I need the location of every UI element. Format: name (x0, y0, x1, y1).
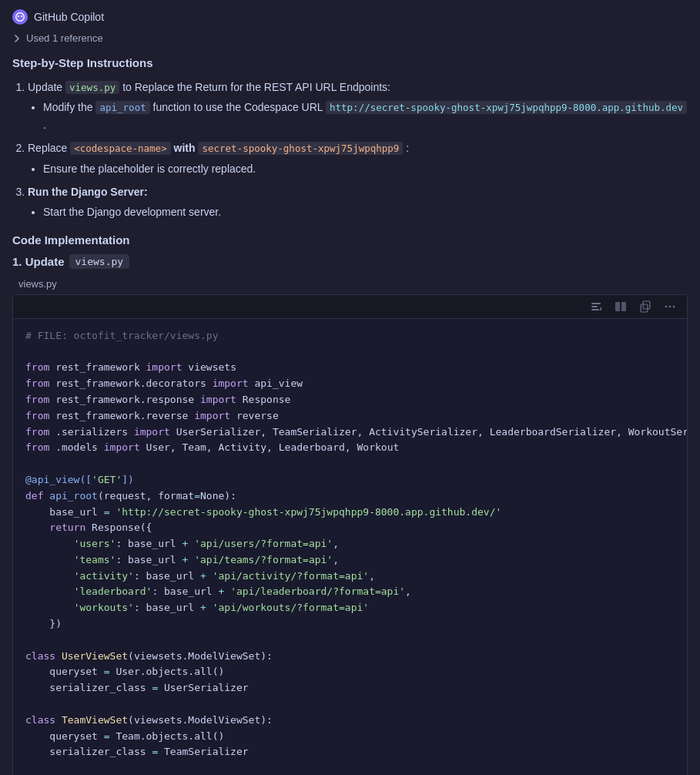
step-2: Replace <codespace-name> with secret-spo… (28, 139, 688, 177)
used-reference[interactable]: Used 1 reference (12, 32, 688, 44)
update-line: 1. Update views.py (12, 254, 688, 269)
svg-point-10 (665, 305, 668, 307)
step-3-sub1: Start the Django development server. (43, 203, 688, 220)
svg-point-2 (21, 15, 22, 17)
step-2-code1: <codespace-name> (70, 142, 170, 155)
steps-list: Update views.py to Replace the Return fo… (12, 79, 688, 221)
svg-rect-6 (615, 302, 620, 311)
header: GitHub Copilot (12, 9, 688, 25)
file-label: views.py (12, 275, 63, 293)
step-2-subitems: Ensure the placeholder is correctly repl… (28, 160, 688, 177)
step-1-code1: views.py (65, 81, 119, 94)
svg-rect-8 (643, 301, 650, 309)
url-code: http://secret-spooky-ghost-xpwj75jwpqhpp… (326, 101, 687, 114)
svg-point-0 (16, 13, 25, 22)
svg-rect-3 (591, 303, 601, 304)
step-3: Run the Django Server: Start the Django … (28, 183, 688, 221)
github-copilot-icon (12, 9, 28, 25)
filename-badge: views.py (69, 254, 130, 269)
step-1: Update views.py to Replace the Return fo… (28, 79, 688, 133)
step-2-sub1: Ensure the placeholder is correctly repl… (43, 160, 688, 177)
app-title: GitHub Copilot (34, 11, 104, 23)
toolbar-btn-more[interactable] (659, 298, 681, 315)
svg-point-12 (673, 305, 675, 307)
step-2-code2: secret-spooky-ghost-xpwj75jwpqhpp9 (198, 142, 403, 155)
code-toolbar (13, 295, 687, 319)
step-3-subitems: Start the Django development server. (28, 203, 688, 220)
step-1-subitems: Modify the api_root function to use the … (28, 99, 688, 133)
svg-rect-7 (621, 302, 626, 311)
toolbar-btn-wrap[interactable] (585, 298, 607, 315)
chevron-right-icon (12, 34, 22, 43)
step-1-sub1: Modify the api_root function to use the … (43, 99, 688, 133)
svg-point-1 (18, 15, 19, 17)
svg-point-11 (669, 305, 672, 307)
api-root-code: api_root (95, 101, 149, 114)
step-1-text-before: Update (28, 81, 65, 93)
toolbar-btn-split[interactable] (610, 298, 631, 315)
code-content: # FILE: octofit_tracker/views.py from re… (13, 319, 687, 775)
step-1-text-after: to Replace the Return for the REST API U… (122, 81, 390, 93)
code-block-wrapper: # FILE: octofit_tracker/views.py from re… (12, 294, 688, 775)
code-implementation-title: Code Implementation (12, 233, 688, 247)
used-reference-label: Used 1 reference (26, 32, 103, 44)
svg-rect-5 (591, 309, 599, 310)
instructions-title: Step-by-Step Instructions (12, 56, 688, 69)
toolbar-btn-copy[interactable] (635, 298, 656, 315)
svg-rect-9 (641, 304, 648, 312)
svg-rect-4 (591, 306, 598, 307)
update-text: 1. Update (12, 255, 65, 268)
